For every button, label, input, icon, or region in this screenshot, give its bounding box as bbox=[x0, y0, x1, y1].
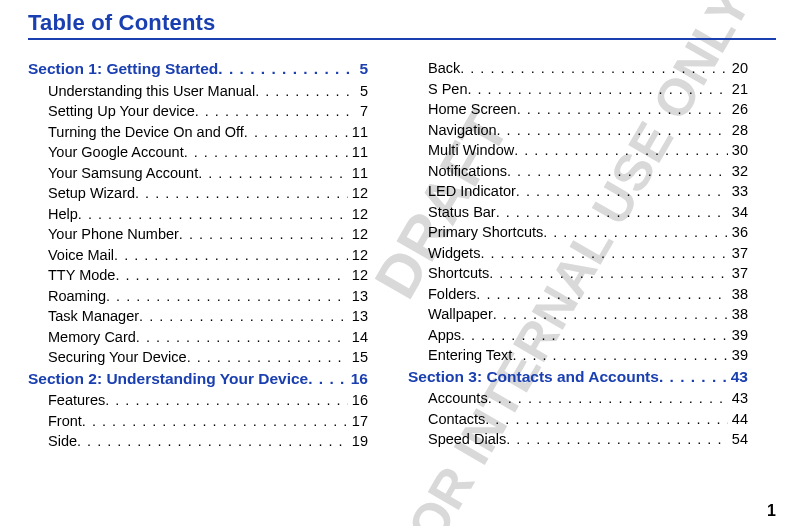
toc-label: Primary Shortcuts bbox=[428, 222, 543, 243]
toc-label: Folders bbox=[428, 284, 476, 305]
toc-label: Your Samsung Account bbox=[48, 163, 198, 184]
toc-page: 13 bbox=[348, 286, 368, 307]
toc-label: Entering Text bbox=[428, 345, 512, 366]
toc-label: Side bbox=[48, 431, 77, 452]
toc-page: 13 bbox=[348, 306, 368, 327]
toc-dots bbox=[184, 142, 348, 163]
toc-dots bbox=[78, 204, 348, 225]
toc-page: 16 bbox=[347, 369, 368, 390]
toc-page: 11 bbox=[348, 163, 368, 184]
toc-page: 5 bbox=[356, 81, 368, 102]
toc-dots bbox=[115, 265, 347, 286]
toc-page: 44 bbox=[728, 409, 748, 430]
toc-label: Roaming bbox=[48, 286, 106, 307]
toc-entry: Widgets 37 bbox=[408, 243, 748, 264]
toc-dots bbox=[516, 181, 728, 202]
toc-entry: S Pen 21 bbox=[408, 79, 748, 100]
toc-label: S Pen bbox=[428, 79, 468, 100]
toc-page: 17 bbox=[348, 411, 368, 432]
toc-left-column: Section 1: Getting Started 5Understandin… bbox=[28, 58, 368, 452]
page-content: Table of Contents Section 1: Getting Sta… bbox=[0, 0, 804, 462]
toc-page: 34 bbox=[728, 202, 748, 223]
toc-entry: Setting Up Your device 7 bbox=[28, 101, 368, 122]
toc-entry: Setup Wizard 12 bbox=[28, 183, 368, 204]
toc-label: Turning the Device On and Off bbox=[48, 122, 244, 143]
toc-label: Wallpaper bbox=[428, 304, 493, 325]
toc-label: Shortcuts bbox=[428, 263, 489, 284]
toc-entry: Turning the Device On and Off 11 bbox=[28, 122, 368, 143]
toc-dots bbox=[105, 390, 348, 411]
toc-dots bbox=[493, 304, 728, 325]
toc-page: 12 bbox=[348, 245, 368, 266]
toc-label: Setting Up Your device bbox=[48, 101, 195, 122]
toc-label: Widgets bbox=[428, 243, 480, 264]
toc-dots bbox=[480, 243, 727, 264]
toc-entry: Accounts 43 bbox=[408, 388, 748, 409]
toc-page: 38 bbox=[728, 304, 748, 325]
toc-page: 32 bbox=[728, 161, 748, 182]
toc-dots bbox=[308, 369, 347, 390]
toc-label: Memory Card bbox=[48, 327, 136, 348]
toc-page: 43 bbox=[728, 388, 748, 409]
toc-entry: Folders 38 bbox=[408, 284, 748, 305]
toc-dots bbox=[488, 388, 728, 409]
toc-label: Notifications bbox=[428, 161, 507, 182]
toc-entry: Notifications 32 bbox=[408, 161, 748, 182]
toc-label: Status Bar bbox=[428, 202, 496, 223]
toc-entry: Your Google Account 11 bbox=[28, 142, 368, 163]
toc-entry: Entering Text 39 bbox=[408, 345, 748, 366]
toc-dots bbox=[255, 81, 356, 102]
toc-dots bbox=[136, 327, 348, 348]
toc-label: Features bbox=[48, 390, 105, 411]
toc-page: 16 bbox=[348, 390, 368, 411]
toc-entry: Securing Your Device 15 bbox=[28, 347, 368, 368]
toc-entry: Home Screen 26 bbox=[408, 99, 748, 120]
toc-page: 33 bbox=[728, 181, 748, 202]
toc-right-column: Back 20S Pen 21Home Screen 26Navigation … bbox=[408, 58, 748, 452]
toc-page: 26 bbox=[728, 99, 748, 120]
toc-page: 12 bbox=[348, 183, 368, 204]
toc-dots bbox=[485, 409, 728, 430]
toc-entry: Status Bar 34 bbox=[408, 202, 748, 223]
toc-label: Section 1: Getting Started bbox=[28, 59, 218, 80]
toc-page: 19 bbox=[348, 431, 368, 452]
toc-dots bbox=[460, 58, 728, 79]
toc-dots bbox=[496, 202, 728, 223]
toc-label: Help bbox=[48, 204, 78, 225]
toc-label: LED Indicator bbox=[428, 181, 516, 202]
toc-dots bbox=[461, 325, 728, 346]
toc-entry: Contacts 44 bbox=[408, 409, 748, 430]
toc-label: Securing Your Device bbox=[48, 347, 187, 368]
toc-entry: TTY Mode 12 bbox=[28, 265, 368, 286]
toc-page: 12 bbox=[348, 265, 368, 286]
toc-dots bbox=[659, 367, 727, 388]
toc-section: Section 2: Understanding Your Device 16 bbox=[28, 369, 368, 390]
toc-dots bbox=[195, 101, 356, 122]
page-title: Table of Contents bbox=[28, 10, 776, 40]
toc-entry: Help 12 bbox=[28, 204, 368, 225]
toc-page: 37 bbox=[728, 243, 748, 264]
toc-dots bbox=[198, 163, 348, 184]
toc-dots bbox=[135, 183, 348, 204]
toc-page: 12 bbox=[348, 224, 368, 245]
toc-dots bbox=[106, 286, 348, 307]
toc-label: Voice Mail bbox=[48, 245, 114, 266]
toc-dots bbox=[514, 140, 728, 161]
toc-page: 11 bbox=[348, 142, 368, 163]
toc-dots bbox=[507, 161, 728, 182]
toc-dots bbox=[114, 245, 348, 266]
toc-page: 54 bbox=[728, 429, 748, 450]
toc-entry: Memory Card 14 bbox=[28, 327, 368, 348]
toc-page: 12 bbox=[348, 204, 368, 225]
toc-page: 36 bbox=[728, 222, 748, 243]
toc-page: 11 bbox=[348, 122, 368, 143]
toc-dots bbox=[512, 345, 727, 366]
toc-entry: Features 16 bbox=[28, 390, 368, 411]
toc-entry: Understanding this User Manual 5 bbox=[28, 81, 368, 102]
toc-entry: Task Manager 13 bbox=[28, 306, 368, 327]
toc-page: 39 bbox=[728, 325, 748, 346]
toc-dots bbox=[187, 347, 348, 368]
toc-entry: Roaming 13 bbox=[28, 286, 368, 307]
toc-entry: Speed Dials 54 bbox=[408, 429, 748, 450]
toc-page: 39 bbox=[728, 345, 748, 366]
